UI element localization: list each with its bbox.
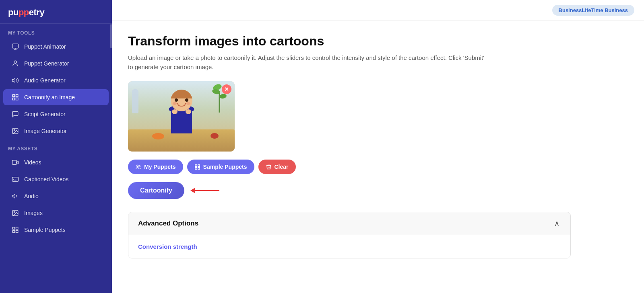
svg-rect-21 <box>16 231 18 233</box>
sidebar-item-videos[interactable]: Videos <box>3 154 109 170</box>
sample-puppets-button[interactable]: Sample Puppets <box>187 160 254 174</box>
message-icon <box>11 110 19 118</box>
sidebar-item-cartoonify[interactable]: Cartoonify an Image <box>3 89 109 105</box>
sidebar-item-label: Sample Puppets <box>24 227 66 233</box>
sample-puppets-label: Sample Puppets <box>203 164 247 170</box>
svg-rect-5 <box>12 94 14 96</box>
sidebar-item-audio-generator[interactable]: Audio Generator <box>3 72 109 88</box>
video-icon <box>11 158 19 166</box>
sidebar-item-puppet-generator[interactable]: Puppet Generator <box>3 55 109 72</box>
chevron-up-icon: ∧ <box>553 219 561 227</box>
svg-rect-7 <box>12 98 14 100</box>
top-bar: BusinessLifeTime Business <box>112 0 644 21</box>
sidebar-item-puppet-animator[interactable]: Puppet Animator <box>3 39 109 55</box>
svg-rect-20 <box>12 231 14 233</box>
sidebar-item-label: Audio <box>24 193 39 199</box>
monitor-icon <box>11 43 19 51</box>
sidebar-item-label: Cartoonify an Image <box>24 94 75 100</box>
sidebar-item-audio[interactable]: Audio <box>3 188 109 204</box>
svg-rect-19 <box>16 227 18 229</box>
logo: puppetry <box>0 0 112 24</box>
page-title: Transform images into cartoons <box>128 34 628 49</box>
advanced-options-section: Advanced Options ∧ Conversion strength <box>128 212 571 258</box>
remove-image-button[interactable]: ✕ <box>222 84 231 94</box>
svg-rect-6 <box>16 94 18 96</box>
sidebar-item-script-generator[interactable]: Script Generator <box>3 106 109 122</box>
svg-rect-11 <box>12 160 17 165</box>
sidebar-item-label: Captioned Videos <box>24 176 68 182</box>
sidebar-item-label: Puppet Generator <box>24 60 69 67</box>
sidebar-item-label: Videos <box>24 159 41 166</box>
logo-text: puppetry <box>8 7 44 17</box>
arrow-head <box>190 188 195 193</box>
sidebar-item-label: Images <box>24 210 43 216</box>
sidebar-item-sample-puppets[interactable]: Sample Puppets <box>3 222 109 238</box>
sidebar: puppetry My Tools Puppet Animator Puppet… <box>0 0 112 293</box>
audio2-icon <box>11 192 19 200</box>
plan-badge: BusinessLifeTime Business <box>552 5 634 16</box>
trash-icon <box>266 164 272 170</box>
cartoonify-label: Cartoonify <box>140 187 172 194</box>
sidebar-item-label: Image Generator <box>24 128 67 134</box>
advanced-options-title: Advanced Options <box>138 219 198 227</box>
clear-button[interactable]: Clear <box>258 160 296 174</box>
svg-point-3 <box>14 61 17 63</box>
sidebar-item-captioned-videos[interactable]: CC Captioned Videos <box>3 171 109 187</box>
svg-rect-26 <box>195 167 196 169</box>
advanced-options-content: Conversion strength <box>128 235 570 258</box>
cc-icon: CC <box>11 175 19 183</box>
cartoonify-row: Cartoonify <box>128 182 628 199</box>
clear-label: Clear <box>275 164 289 170</box>
person-icon <box>11 59 19 68</box>
grid-icon <box>11 93 19 101</box>
svg-text:CC: CC <box>13 178 17 181</box>
arrow-line <box>195 190 219 191</box>
svg-point-17 <box>14 211 14 212</box>
sidebar-item-label: Puppet Animator <box>24 43 66 50</box>
svg-point-10 <box>14 129 14 130</box>
page-description: Upload an image or take a photo to carto… <box>128 53 490 72</box>
sidebar-item-label: Audio Generator <box>24 77 66 84</box>
image-icon <box>11 127 19 135</box>
my-puppets-button[interactable]: My Puppets <box>128 160 183 174</box>
sample-icon <box>194 164 200 170</box>
svg-rect-25 <box>198 164 199 166</box>
svg-rect-0 <box>12 44 19 48</box>
image2-icon <box>11 209 19 217</box>
svg-marker-4 <box>12 78 15 83</box>
my-tools-section-label: My Tools <box>0 24 112 38</box>
advanced-options-header[interactable]: Advanced Options ∧ <box>128 212 570 235</box>
main-content: BusinessLifeTime Business Transform imag… <box>112 0 644 293</box>
sidebar-item-images[interactable]: Images <box>3 205 109 221</box>
svg-marker-15 <box>12 194 15 199</box>
svg-point-22 <box>137 165 138 166</box>
arrow-indicator <box>191 188 219 193</box>
grid2-icon <box>11 226 19 234</box>
svg-rect-27 <box>198 167 199 169</box>
content-area: Transform images into cartoons Upload an… <box>112 21 644 293</box>
audio-icon <box>11 76 19 84</box>
svg-rect-8 <box>16 98 18 100</box>
svg-rect-24 <box>195 164 196 166</box>
cartoonify-button[interactable]: Cartoonify <box>128 182 184 199</box>
svg-rect-18 <box>12 227 14 229</box>
puppets-icon <box>135 164 141 170</box>
image-upload-area[interactable]: ✕ <box>128 81 235 152</box>
sidebar-item-label: Script Generator <box>24 111 66 117</box>
sidebar-item-image-generator[interactable]: Image Generator <box>3 123 109 139</box>
conversion-strength-label: Conversion strength <box>138 243 561 250</box>
uploaded-image <box>128 81 235 152</box>
svg-point-23 <box>139 166 140 167</box>
my-assets-section-label: My Assets <box>0 139 112 154</box>
my-puppets-label: My Puppets <box>144 164 176 170</box>
action-buttons-row: My Puppets Sample Puppets Clear <box>128 160 628 174</box>
